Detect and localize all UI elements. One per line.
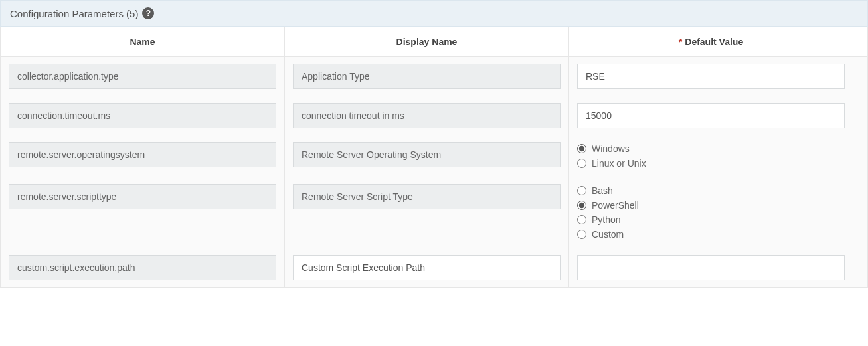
radio-option[interactable]: Linux or Unix bbox=[577, 158, 845, 169]
required-asterisk: * bbox=[679, 37, 682, 47]
param-display-name-input[interactable] bbox=[293, 255, 561, 280]
cell-default-value: WindowsLinux or Unix bbox=[569, 135, 853, 177]
radio-input[interactable] bbox=[577, 230, 586, 239]
column-header-action bbox=[853, 27, 868, 57]
cell-default-value bbox=[569, 96, 853, 135]
param-name-input bbox=[9, 255, 276, 280]
help-icon[interactable]: ? bbox=[142, 7, 154, 19]
radio-option[interactable]: Bash bbox=[577, 185, 845, 196]
panel-header: Configuration Parameters (5) ? bbox=[0, 0, 868, 27]
param-name-input bbox=[9, 103, 276, 128]
column-header-name: Name bbox=[1, 27, 285, 57]
radio-input[interactable] bbox=[577, 201, 586, 210]
cell-display-name bbox=[285, 57, 569, 96]
param-display-name-input bbox=[293, 142, 561, 167]
column-header-default-value-text: Default Value bbox=[685, 37, 743, 47]
radio-option[interactable]: Python bbox=[577, 215, 845, 225]
radio-label: Linux or Unix bbox=[592, 158, 646, 169]
cell-display-name bbox=[285, 135, 569, 177]
cell-action bbox=[853, 57, 868, 96]
radio-input[interactable] bbox=[577, 159, 586, 168]
column-header-default-value: *Default Value bbox=[569, 27, 853, 57]
radio-label: Custom bbox=[592, 229, 624, 240]
cell-action bbox=[853, 177, 868, 248]
cell-name bbox=[1, 57, 285, 96]
radio-input[interactable] bbox=[577, 144, 586, 153]
panel-title: Configuration Parameters (5) bbox=[10, 8, 138, 19]
param-display-name-input bbox=[293, 103, 561, 128]
param-display-name-input bbox=[293, 64, 561, 89]
radio-option[interactable]: Custom bbox=[577, 229, 845, 240]
table-row bbox=[1, 248, 868, 288]
radio-input[interactable] bbox=[577, 186, 586, 195]
column-header-display-name: Display Name bbox=[285, 27, 569, 57]
table-row bbox=[1, 57, 868, 96]
cell-action bbox=[853, 96, 868, 135]
config-parameters-table: Name Display Name *Default Value Windows… bbox=[0, 27, 868, 288]
param-name-input bbox=[9, 184, 276, 209]
radio-label: Python bbox=[592, 215, 621, 225]
table-row: BashPowerShellPythonCustom bbox=[1, 177, 868, 248]
radio-input[interactable] bbox=[577, 215, 586, 224]
cell-name bbox=[1, 96, 285, 135]
param-default-value-radio-group: WindowsLinux or Unix bbox=[577, 142, 845, 170]
param-default-value-input[interactable] bbox=[577, 255, 845, 280]
cell-name bbox=[1, 135, 285, 177]
cell-display-name bbox=[285, 248, 569, 288]
cell-default-value: BashPowerShellPythonCustom bbox=[569, 177, 853, 248]
radio-label: Windows bbox=[592, 143, 630, 154]
radio-option[interactable]: PowerShell bbox=[577, 200, 845, 211]
radio-label: PowerShell bbox=[592, 200, 639, 211]
cell-name bbox=[1, 248, 285, 288]
radio-label: Bash bbox=[592, 185, 613, 196]
param-name-input bbox=[9, 64, 276, 89]
cell-name bbox=[1, 177, 285, 248]
cell-display-name bbox=[285, 177, 569, 248]
param-name-input bbox=[9, 142, 276, 167]
cell-default-value bbox=[569, 57, 853, 96]
cell-action bbox=[853, 248, 868, 288]
cell-default-value bbox=[569, 248, 853, 288]
param-default-value-input[interactable] bbox=[577, 64, 845, 89]
table-row bbox=[1, 96, 868, 135]
param-default-value-radio-group: BashPowerShellPythonCustom bbox=[577, 184, 845, 241]
radio-option[interactable]: Windows bbox=[577, 143, 845, 154]
param-display-name-input bbox=[293, 184, 561, 209]
cell-display-name bbox=[285, 96, 569, 135]
cell-action bbox=[853, 135, 868, 177]
table-row: WindowsLinux or Unix bbox=[1, 135, 868, 177]
param-default-value-input[interactable] bbox=[577, 103, 845, 128]
